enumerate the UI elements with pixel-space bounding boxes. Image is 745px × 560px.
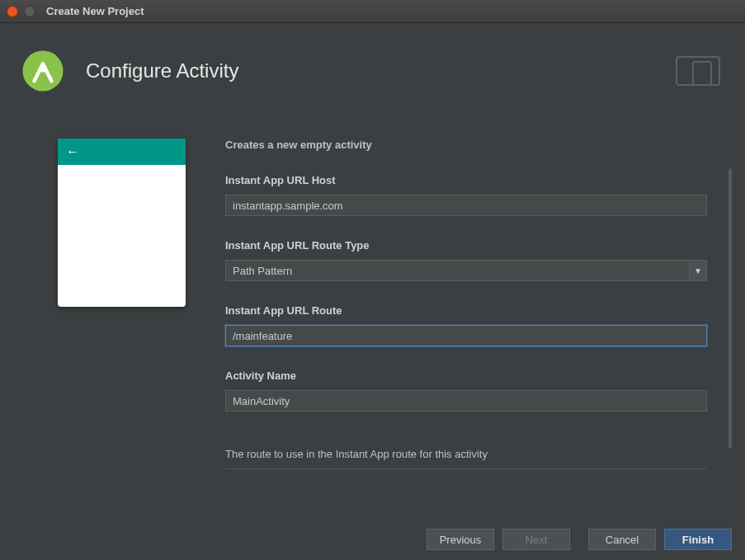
wizard-header: Configure Activity — [0, 23, 745, 114]
previous-button[interactable]: Previous — [427, 529, 494, 550]
label-route-type: Instant App URL Route Type — [225, 239, 707, 252]
label-url-route: Instant App URL Route — [225, 304, 707, 317]
label-activity-name: Activity Name — [225, 369, 707, 382]
scrollbar[interactable] — [728, 168, 732, 449]
page-title: Configure Activity — [86, 59, 676, 82]
select-route-type-value[interactable] — [225, 260, 689, 281]
back-arrow-icon: ← — [66, 145, 79, 158]
input-activity-name[interactable] — [225, 390, 707, 412]
device-preview-icon — [676, 56, 720, 86]
form-panel: Creates a new empty activity Instant App… — [225, 139, 720, 469]
input-url-route[interactable] — [225, 325, 707, 346]
label-url-host: Instant App URL Host — [225, 174, 707, 186]
window-title: Create New Project — [46, 5, 144, 17]
input-url-host[interactable] — [225, 195, 707, 216]
next-button: Next — [502, 529, 570, 550]
chevron-down-icon[interactable]: ▼ — [689, 260, 707, 281]
activity-preview: ← — [58, 139, 186, 307]
hint-text: The route to use in the Instant App rout… — [225, 448, 707, 469]
cancel-button[interactable]: Cancel — [588, 529, 656, 550]
android-studio-icon — [20, 48, 66, 94]
svg-point-1 — [40, 67, 46, 73]
minimize-icon[interactable] — [24, 6, 35, 17]
wizard-footer: Previous Next Cancel Finish — [0, 519, 745, 560]
preview-appbar: ← — [58, 139, 186, 165]
finish-button[interactable]: Finish — [664, 529, 732, 550]
close-icon[interactable] — [7, 6, 18, 17]
select-route-type[interactable]: ▼ — [225, 260, 707, 281]
form-description: Creates a new empty activity — [225, 139, 707, 151]
window-titlebar: Create New Project — [0, 0, 745, 23]
